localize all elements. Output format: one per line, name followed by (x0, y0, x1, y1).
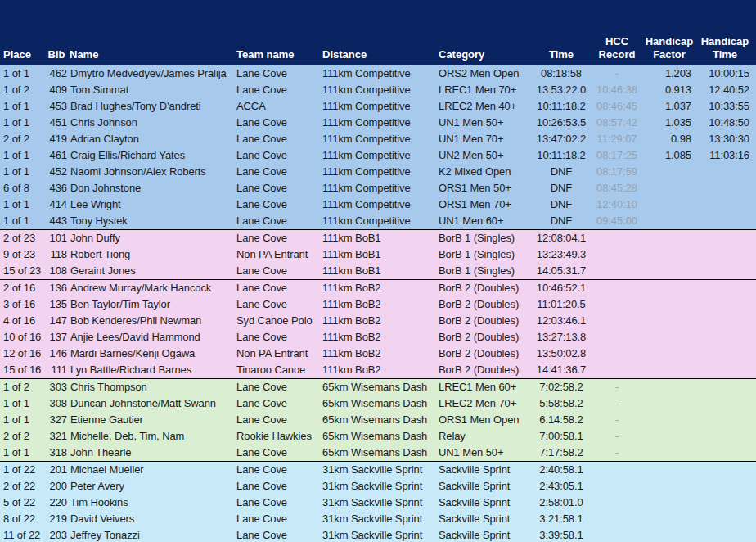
cell-team: Lane Cove (233, 511, 319, 527)
cell-name: Brad Hughes/Tony D'andreti (67, 98, 233, 115)
cell-name: Andrew Murray/Mark Hancock (67, 279, 233, 296)
cell-handicap-factor (645, 213, 694, 230)
cell-place: 5 of 22 (0, 495, 46, 511)
cell-time: 13:53:22.0 (533, 82, 589, 98)
table-row: 2 of 23101John DuffyLane Cove111km BoB1B… (0, 229, 756, 246)
cell-hcc-record: - (589, 395, 645, 412)
column-header-label: Time (694, 48, 756, 61)
table-row: 2 of 16136Andrew Murray/Mark HancockLane… (0, 279, 756, 296)
cell-handicap-time (694, 445, 756, 462)
cell-bib: 453 (46, 98, 67, 115)
table-row: 1 of 1462Dmytro Medvedyev/James PralijaL… (0, 65, 756, 82)
cell-time: 08:18:58 (533, 65, 589, 82)
cell-time: 3:21:58.1 (533, 511, 589, 527)
column-header-bib: Bib (46, 0, 67, 65)
cell-handicap-factor (645, 378, 694, 395)
table-row: 2 of 22200Peter AveryLane Cove31km Sackv… (0, 478, 756, 495)
cell-distance: 111km Competitive (319, 147, 435, 164)
cell-handicap-time: 10:48:50 (694, 115, 756, 131)
cell-handicap-factor: 1.085 (645, 147, 694, 164)
cell-category: BorB 1 (Singles) (435, 229, 533, 246)
cell-handicap-time (694, 164, 756, 180)
section-65km-wisemans-dash: 1 of 2303Chris ThompsonLane Cove65km Wis… (0, 378, 756, 461)
column-header-top-handicap-time: Handicap (694, 35, 756, 48)
cell-bib: 452 (46, 164, 67, 180)
header-row: PlaceBibNameTeam nameDistanceCategoryTim… (0, 0, 756, 65)
cell-handicap-factor: 0.98 (645, 131, 694, 147)
cell-handicap-factor: 0.913 (645, 82, 694, 98)
cell-handicap-factor (645, 164, 694, 180)
cell-category: LREC1 Men 70+ (435, 82, 533, 98)
table-row: 10 of 16137Anjie Lees/David HammondLane … (0, 329, 756, 346)
cell-team: Non PA Entrant (233, 346, 319, 362)
cell-team: Tinaroo Canoe (233, 362, 319, 379)
cell-distance: 111km Competitive (319, 98, 435, 115)
cell-handicap-factor (645, 279, 694, 296)
cell-distance: 31km Sackville Sprint (319, 511, 435, 527)
cell-time: 12:08:04.1 (533, 229, 589, 246)
cell-team: Lane Cove (233, 527, 319, 542)
column-header-label: Distance (322, 48, 435, 61)
cell-handicap-factor (645, 445, 694, 462)
column-header-label: Name (70, 48, 233, 61)
cell-name: Chris Johnson (67, 115, 233, 131)
cell-distance: 111km BoB2 (319, 346, 435, 362)
cell-time: DNF (533, 213, 589, 230)
cell-team: Lane Cove (233, 395, 319, 412)
cell-handicap-factor (645, 246, 694, 263)
cell-handicap-factor (645, 461, 694, 478)
cell-team: Lane Cove (233, 147, 319, 164)
cell-team: Lane Cove (233, 115, 319, 131)
cell-category: BorB 2 (Doubles) (435, 313, 533, 329)
cell-name: Tony Hystek (67, 213, 233, 230)
table-row: 15 of 23108Geraint JonesLane Cove111km B… (0, 263, 756, 280)
cell-team: Lane Cove (233, 213, 319, 230)
cell-handicap-factor (645, 428, 694, 445)
cell-name: Don Johnstone (67, 180, 233, 196)
cell-hcc-record: 12:40:10 (589, 196, 645, 213)
cell-time: 5:58:58.2 (533, 395, 589, 412)
cell-hcc-record (589, 527, 645, 542)
table-row: 1 of 2303Chris ThompsonLane Cove65km Wis… (0, 378, 756, 395)
cell-time: 3:39:58.1 (533, 527, 589, 542)
cell-hcc-record: 10:46:38 (589, 82, 645, 98)
cell-bib: 303 (46, 378, 67, 395)
cell-handicap-factor (645, 229, 694, 246)
cell-team: Lane Cove (233, 478, 319, 495)
table-row: 12 of 16146Mardi Barnes/Kenji OgawaNon P… (0, 346, 756, 362)
cell-name: Dmytro Medvedyev/James Pralija (67, 65, 233, 82)
cell-bib: 409 (46, 82, 67, 98)
cell-distance: 65km Wisemans Dash (319, 378, 435, 395)
column-header-top-hcc-record: HCC (589, 35, 645, 48)
cell-hcc-record: 08:45:28 (589, 180, 645, 196)
cell-handicap-time (694, 495, 756, 511)
table-row: 1 of 22201Michael MuellerLane Cove31km S… (0, 461, 756, 478)
cell-handicap-time: 10:00:15 (694, 65, 756, 82)
cell-hcc-record: 08:46:45 (589, 98, 645, 115)
cell-time: 13:50:02.8 (533, 346, 589, 362)
cell-distance: 111km Competitive (319, 65, 435, 82)
cell-place: 1 of 1 (0, 395, 46, 412)
cell-distance: 111km BoB1 (319, 263, 435, 280)
cell-hcc-record (589, 229, 645, 246)
cell-category: UN2 Men 50+ (435, 147, 533, 164)
cell-hcc-record: 09:45:00 (589, 213, 645, 230)
cell-category: LREC2 Men 70+ (435, 395, 533, 412)
cell-hcc-record (589, 329, 645, 346)
cell-category: Sackville Sprint (435, 478, 533, 495)
cell-distance: 31km Sackville Sprint (319, 461, 435, 478)
cell-name: Peter Avery (67, 478, 233, 495)
cell-handicap-factor (645, 395, 694, 412)
table-row: 1 of 2409Tom SimmatLane Cove111km Compet… (0, 82, 756, 98)
column-header-label: Record (589, 48, 645, 61)
cell-category: ORS2 Men Open (435, 65, 533, 82)
cell-bib: 443 (46, 213, 67, 230)
cell-handicap-time (694, 313, 756, 329)
cell-name: Michael Mueller (67, 461, 233, 478)
cell-bib: 419 (46, 131, 67, 147)
cell-team: Lane Cove (233, 131, 319, 147)
cell-name: Adrian Clayton (67, 131, 233, 147)
cell-handicap-time (694, 478, 756, 495)
cell-bib: 436 (46, 180, 67, 196)
cell-distance: 111km BoB2 (319, 279, 435, 296)
